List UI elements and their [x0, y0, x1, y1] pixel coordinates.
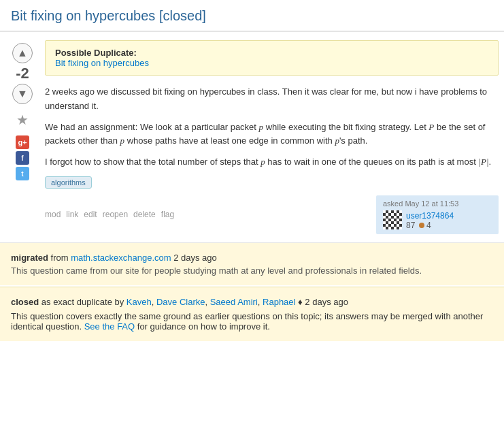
- avatar: [383, 210, 402, 229]
- action-reopen[interactable]: reopen: [103, 210, 128, 219]
- vote-column: ▲ -2 ▼ ★ g+ f t: [5, 40, 39, 234]
- upvote-button[interactable]: ▲: [12, 43, 33, 63]
- asked-label: asked May 12 at 11:53: [383, 199, 458, 208]
- post-body: Possible Duplicate: Bit fixing on hyperc…: [39, 40, 499, 234]
- migration-source-link[interactable]: math.stackexchange.com: [71, 253, 171, 263]
- badge-count: 4: [426, 221, 431, 230]
- facebook-share-icon[interactable]: f: [16, 151, 29, 165]
- duplicate-link[interactable]: Bit fixing on hypercubes: [55, 58, 149, 68]
- closer-kaveh[interactable]: Kaveh: [127, 297, 152, 307]
- vote-count: -2: [16, 66, 29, 81]
- rep-number: 87: [406, 221, 415, 230]
- action-link[interactable]: link: [66, 210, 78, 219]
- duplicate-label: Possible Duplicate:: [55, 48, 137, 58]
- favorite-button[interactable]: ★: [12, 110, 33, 130]
- post-paragraph-1: 2 weeks ago we discussed bit fixing on h…: [45, 85, 499, 114]
- downvote-button[interactable]: ▼: [12, 84, 33, 104]
- closed-detail: This question covers exactly the same gr…: [11, 311, 493, 332]
- user-reputation: 87 4: [406, 221, 454, 230]
- see-faq-link[interactable]: See the FAQ: [84, 321, 135, 332]
- action-links: mod link edit reopen delete flag: [45, 210, 174, 219]
- action-mod[interactable]: mod: [45, 210, 61, 219]
- closed-main: closed as exact duplicate by Kaveh, Dave…: [11, 297, 493, 307]
- username-link[interactable]: user1374864: [406, 211, 454, 221]
- asked-info: asked May 12 at 11:53: [383, 199, 492, 208]
- user-card: asked May 12 at 11:53: [376, 195, 499, 234]
- closer-saeed[interactable]: Saeed Amiri: [210, 297, 258, 307]
- tags-area: algorithms: [45, 176, 499, 189]
- action-edit[interactable]: edit: [84, 210, 97, 219]
- page-title: Bit fixing on hypercubes [closed]: [0, 0, 504, 31]
- post-paragraph-2: We had an assignment: We look at a parti…: [45, 121, 499, 149]
- twitter-share-icon[interactable]: t: [16, 167, 29, 180]
- post-actions: mod link edit reopen delete flag asked M…: [45, 195, 499, 234]
- bronze-badge-icon: [419, 223, 424, 228]
- closed-notice: closed as exact duplicate by Kaveh, Dave…: [0, 287, 504, 341]
- migration-main: migrated from math.stackexchange.com 2 d…: [11, 253, 493, 263]
- post-paragraph-3: I forgot how to show that the total numb…: [45, 155, 499, 170]
- google-share-icon[interactable]: g+: [16, 135, 29, 149]
- tag-algorithms[interactable]: algorithms: [45, 176, 92, 189]
- closer-dave[interactable]: Dave Clarke: [156, 297, 205, 307]
- user-details: user1374864 87 4: [406, 210, 454, 230]
- closed-detail-suffix: for guidance on how to improve it.: [137, 321, 270, 332]
- action-delete[interactable]: delete: [133, 210, 156, 219]
- closer-raphael[interactable]: Raphael: [263, 297, 295, 307]
- duplicate-notice: Possible Duplicate: Bit fixing on hyperc…: [45, 40, 499, 76]
- user-info: user1374864 87 4: [383, 210, 492, 230]
- action-flag[interactable]: flag: [161, 210, 174, 219]
- social-share-icons: g+ f t: [16, 135, 29, 180]
- closed-label: closed: [11, 297, 39, 307]
- migrated-label: migrated: [11, 253, 48, 263]
- migration-notice: migrated from math.stackexchange.com 2 d…: [0, 242, 504, 285]
- migration-detail: This question came from our site for peo…: [11, 266, 493, 276]
